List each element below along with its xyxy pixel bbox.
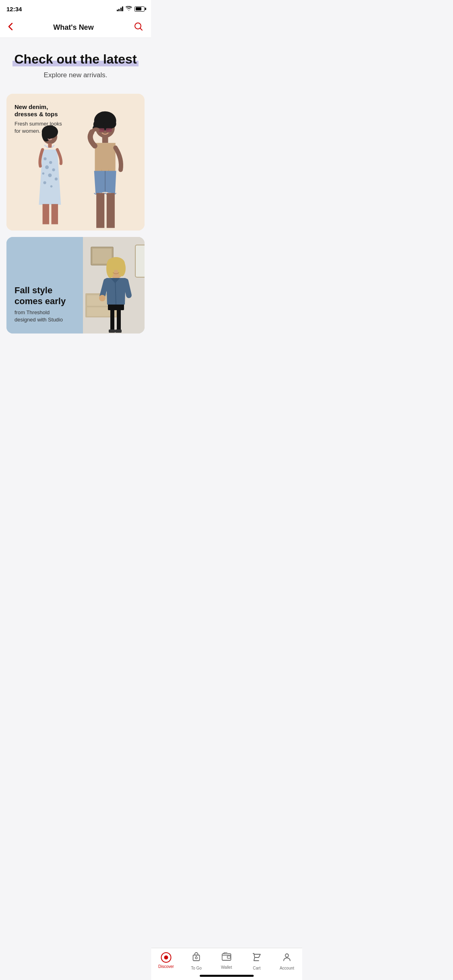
card-fall[interactable]: Fall style comes early from Threshold de… (6, 237, 145, 334)
card-denim[interactable]: New denim,dresses & tops Fresh summer lo… (6, 94, 145, 231)
svg-rect-51 (115, 329, 122, 333)
svg-rect-29 (102, 137, 108, 143)
svg-point-13 (48, 173, 52, 177)
svg-rect-48 (110, 305, 114, 331)
card-denim-desc: Fresh summer looksfor women. (14, 120, 62, 135)
status-icons (117, 6, 145, 12)
svg-rect-18 (52, 204, 58, 224)
svg-point-11 (52, 169, 55, 171)
svg-rect-27 (106, 128, 112, 132)
svg-rect-17 (43, 204, 49, 224)
hero-title: Check out the latest (12, 52, 138, 66)
svg-point-47 (99, 295, 105, 301)
status-time: 12:34 (6, 6, 22, 12)
svg-rect-49 (117, 305, 121, 331)
back-button[interactable] (8, 23, 13, 33)
card-denim-content: New denim,dresses & tops Fresh summer lo… (6, 94, 70, 144)
svg-rect-36 (135, 245, 145, 277)
battery-icon (134, 6, 145, 12)
svg-text:designed with Studio: designed with Studio (14, 317, 63, 323)
svg-point-8 (43, 157, 46, 160)
search-button[interactable] (134, 22, 143, 33)
svg-point-45 (118, 260, 126, 276)
svg-text:comes early: comes early (14, 296, 66, 306)
svg-point-16 (50, 185, 52, 187)
card-denim-title: New denim,dresses & tops (14, 103, 62, 118)
svg-point-44 (106, 259, 114, 278)
status-bar: 12:34 (0, 0, 151, 18)
svg-rect-32 (107, 193, 115, 228)
nav-header: What's New (0, 18, 151, 38)
cards-container: New denim,dresses & tops Fresh summer lo… (0, 91, 151, 337)
hero-section: Check out the latest Explore new arrival… (0, 38, 151, 91)
svg-text:from Threshold: from Threshold (14, 309, 50, 315)
hero-subtitle: Explore new arrivals. (8, 71, 143, 79)
svg-point-14 (55, 177, 58, 180)
svg-point-12 (42, 173, 44, 175)
wifi-icon (126, 6, 132, 12)
svg-text:Fall style: Fall style (14, 285, 52, 295)
svg-point-24 (103, 115, 112, 124)
page-title: What's New (53, 23, 93, 32)
svg-point-9 (49, 161, 52, 164)
svg-point-10 (45, 165, 49, 169)
main-content: Check out the latest Explore new arrival… (0, 38, 151, 369)
svg-rect-31 (96, 193, 104, 228)
signal-icon (117, 6, 124, 11)
hero-title-wrapper: Check out the latest (8, 52, 143, 66)
svg-rect-50 (109, 329, 115, 333)
svg-point-15 (43, 181, 46, 184)
